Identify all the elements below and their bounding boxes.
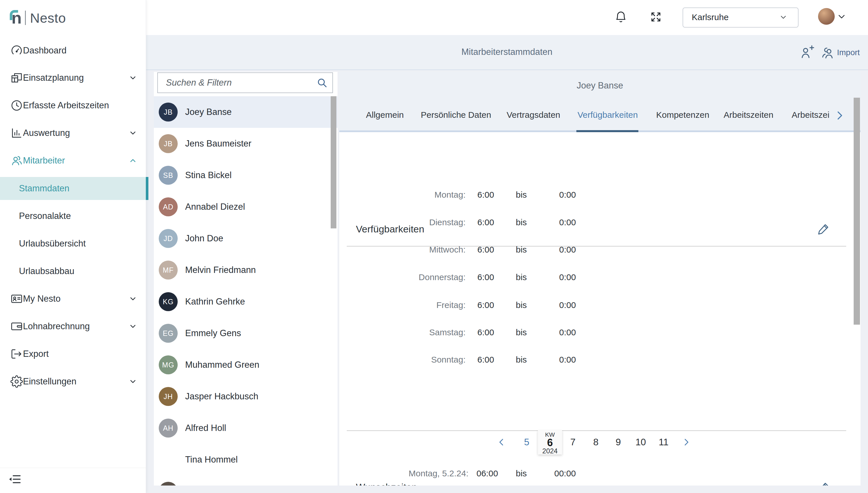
time-from: 6:00 xyxy=(477,245,494,255)
week-number-7[interactable]: 7 xyxy=(570,437,575,448)
week-number-5[interactable]: 5 xyxy=(524,437,529,448)
sidebar-item-einsatzplanung[interactable]: Einsatzplanung xyxy=(0,69,146,86)
time-to: 0:00 xyxy=(559,217,576,227)
active-tab-underline xyxy=(576,130,638,132)
list-item-employee[interactable]: SB Stina Bickel xyxy=(154,159,338,191)
sidebar-item-personalakte[interactable]: Personalakte xyxy=(0,208,146,225)
list-item-employee[interactable]: JH Jasper Hackbusch xyxy=(154,381,338,412)
clock-icon xyxy=(10,99,23,112)
tab-vertragsdaten[interactable]: Vertragsdaten xyxy=(507,99,560,130)
location-select[interactable]: Karlsruhe xyxy=(683,7,799,27)
tab-verfuegbarkeiten[interactable]: Verfügbarkeiten xyxy=(577,99,638,130)
user-avatar[interactable] xyxy=(818,8,835,25)
sidebar-item-auswertung[interactable]: Auswertung xyxy=(0,124,146,142)
list-item-employee[interactable]: TH Tina Hommel xyxy=(154,444,338,476)
import-label: Import xyxy=(837,48,860,57)
avatar xyxy=(159,482,178,486)
week-number-10[interactable]: 10 xyxy=(636,437,646,448)
avatar: JB xyxy=(159,134,178,153)
selected-week-box[interactable]: KW 6 2024 xyxy=(538,430,562,454)
week-number-9[interactable]: 9 xyxy=(616,437,621,448)
employee-name: Annabel Diezel xyxy=(185,191,245,223)
employee-name: Jens Baumeister xyxy=(185,128,251,159)
avatar: MF xyxy=(159,261,178,280)
sidebar-collapse-button[interactable] xyxy=(8,472,22,486)
tab-kompetenzen[interactable]: Kompetenzen xyxy=(656,99,709,130)
sidebar-item-erfasste-arbeitszeiten[interactable]: Erfasste Arbeitszeiten xyxy=(0,97,146,114)
logo-text: Nesto xyxy=(30,10,66,26)
section-divider xyxy=(347,430,846,431)
sidebar-item-label: Lohnabrechnung xyxy=(23,318,90,335)
time-to: 0:00 xyxy=(559,272,576,282)
list-item-employee[interactable]: AH Alfred Holl xyxy=(154,412,338,444)
list-item-employee[interactable]: JB Joey Banse xyxy=(154,96,338,128)
app-root: n Nesto Dashboard Einsatzplanung Erfa xyxy=(0,0,868,493)
sidebar-item-stammdaten[interactable]: Stammdaten xyxy=(0,177,149,200)
fullscreen-icon[interactable] xyxy=(650,11,662,23)
logo-accent-shape xyxy=(10,10,18,20)
time-separator: bis xyxy=(516,327,527,337)
employee-name: Melvin Friedmann xyxy=(185,254,256,286)
employee-name: Muhammed Green xyxy=(185,349,259,381)
list-item-employee[interactable]: MF Melvin Friedmann xyxy=(154,254,338,286)
availability-row: Dienstag: 6:00 bis 0:00 xyxy=(339,217,655,229)
edit-availability-pencil-icon[interactable] xyxy=(817,222,830,236)
tabs-overflow-chevron-right-icon[interactable] xyxy=(833,109,846,122)
day-label: Montag, 5.2.24: xyxy=(368,469,469,478)
tab-arbeitszeiten[interactable]: Arbeitszeiten xyxy=(724,99,773,130)
page-title: Mitarbeiterstammdaten xyxy=(146,35,868,69)
time-from: 06:00 xyxy=(477,469,498,478)
search-input[interactable] xyxy=(158,73,333,92)
employee-name: Alfred Holl xyxy=(185,412,226,444)
day-label: Montag: xyxy=(380,190,465,200)
sidebar-item-export[interactable]: Export xyxy=(0,345,146,363)
list-item-employee[interactable]: KG Kathrin Gehrke xyxy=(154,286,338,318)
detail-header: Joey Banse xyxy=(339,72,861,99)
week-next-chevron-right-icon[interactable] xyxy=(681,437,691,447)
day-label: Samstag: xyxy=(380,327,465,337)
user-menu-chevron-icon[interactable] xyxy=(837,12,847,22)
list-item-employee[interactable]: JD John Doe xyxy=(154,223,338,255)
import-button[interactable]: Import xyxy=(821,45,860,60)
sidebar-item-lohnabrechnung[interactable]: Lohnabrechnung xyxy=(0,318,146,335)
sidebar-item-label: Auswertung xyxy=(23,124,70,142)
detail-panel-scrollbar-thumb[interactable] xyxy=(854,98,860,325)
employee-list-panel: JB Joey Banse JB Jens Baumeister SB Stin… xyxy=(154,72,338,486)
sidebar-item-label: Einsatzplanung xyxy=(23,69,84,86)
time-to: 0:00 xyxy=(559,327,576,337)
tab-persoenliche-daten[interactable]: Persönliche Daten xyxy=(421,99,491,130)
list-item-employee[interactable]: EG Emmely Gens xyxy=(154,318,338,349)
sidebar-item-mitarbeiter[interactable]: Mitarbeiter xyxy=(0,152,146,169)
tab-allgemein[interactable]: Allgemein xyxy=(366,99,404,130)
wish-time-row: Montag, 5.2.24: 06:00 bis 00:00 xyxy=(339,469,684,480)
employee-name: John Doe xyxy=(185,223,223,254)
sidebar-item-urlaubsuebersicht[interactable]: Urlaubsübersicht xyxy=(0,235,146,252)
week-prev-chevron-left-icon[interactable] xyxy=(497,437,506,447)
week-number-11[interactable]: 11 xyxy=(659,437,668,448)
search-icon[interactable] xyxy=(316,77,328,88)
chart-icon xyxy=(10,127,23,140)
planning-icon xyxy=(10,71,23,84)
day-label: Mittwoch: xyxy=(380,245,465,255)
tab-arbeitszei-truncated[interactable]: Arbeitszei xyxy=(792,99,829,130)
employee-name: Kathrin Gehrke xyxy=(185,286,245,318)
avatar: TH xyxy=(159,450,178,469)
notifications-bell-icon[interactable] xyxy=(614,10,627,24)
list-item-employee[interactable]: AD Annabel Diezel xyxy=(154,191,338,223)
sidebar-item-dashboard[interactable]: Dashboard xyxy=(0,42,146,59)
id-card-icon xyxy=(10,293,23,305)
sidebar-item-einstellungen[interactable]: Einstellungen xyxy=(0,373,146,390)
list-item-partial[interactable] xyxy=(154,475,338,486)
employee-list-scrollbar-thumb[interactable] xyxy=(331,96,336,229)
sidebar-item-urlaubsabbau[interactable]: Urlaubsabbau xyxy=(0,263,146,280)
sidebar-item-my-nesto[interactable]: My Nesto xyxy=(0,290,146,307)
add-employee-icon[interactable] xyxy=(800,45,815,60)
time-from: 6:00 xyxy=(477,300,494,310)
edit-wish-times-pencil-icon[interactable] xyxy=(817,481,830,486)
list-item-employee[interactable]: JB Jens Baumeister xyxy=(154,128,338,160)
kw-year: 2024 xyxy=(538,448,562,454)
list-item-employee[interactable]: MG Muhammed Green xyxy=(154,349,338,381)
week-number-8[interactable]: 8 xyxy=(593,437,598,448)
sidebar-item-label: My Nesto xyxy=(23,290,61,307)
sidebar-subitem-label: Urlaubsübersicht xyxy=(19,235,86,252)
